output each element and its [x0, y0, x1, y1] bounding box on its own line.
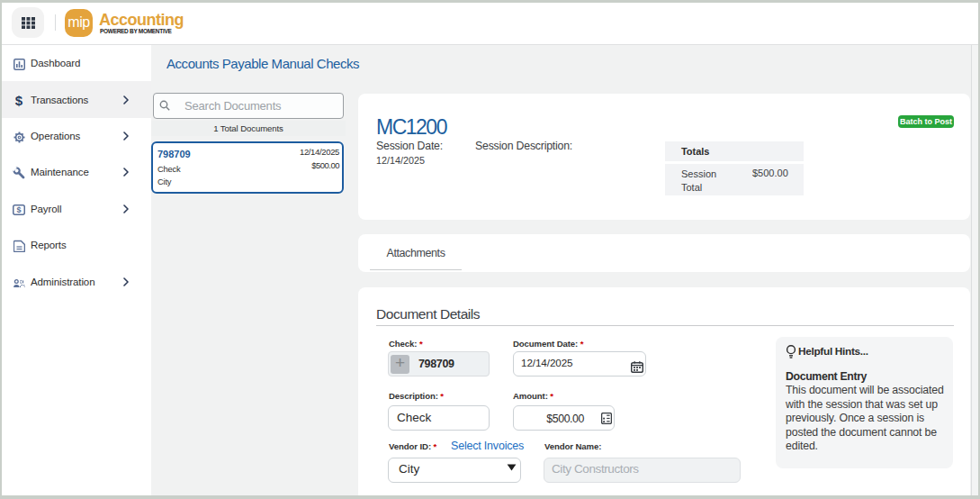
svg-text:$: $ [16, 205, 21, 214]
